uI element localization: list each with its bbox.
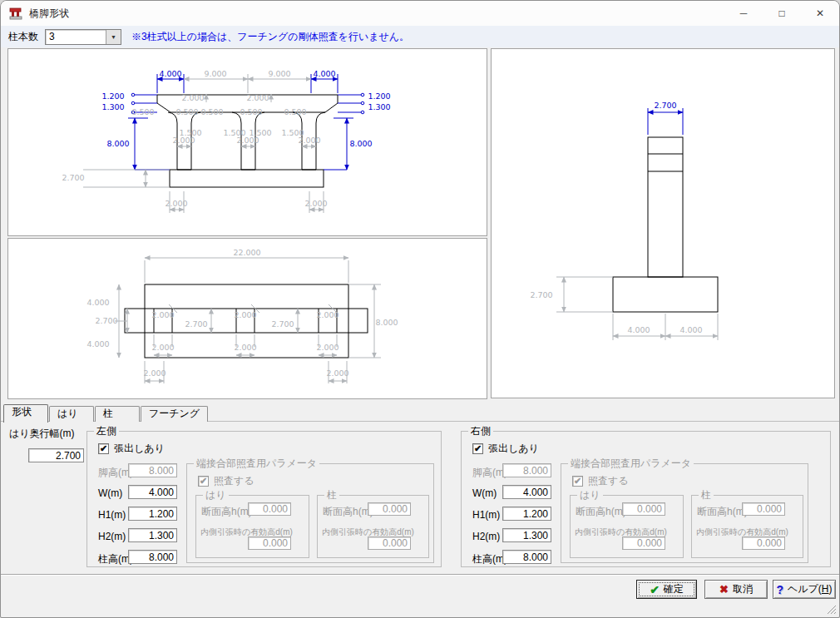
left-w-input[interactable] <box>128 485 177 499</box>
left-beam-subgroup-title: はり <box>203 489 229 501</box>
svg-text:2.000: 2.000 <box>143 368 166 378</box>
tab-strip: 形状 はり 柱 フーチング <box>3 405 209 422</box>
svg-text:4.000: 4.000 <box>627 325 650 334</box>
maximize-button[interactable]: □ <box>763 1 801 26</box>
checkbox-check-icon: ✔ <box>472 443 483 454</box>
right-beam-subgroup-title: はり <box>577 489 603 501</box>
left-h1-input[interactable] <box>128 507 177 521</box>
svg-text:2.700: 2.700 <box>654 101 676 110</box>
left-overhang-checkbox[interactable]: ✔ 張出しあり <box>98 442 165 456</box>
help-button[interactable]: ? ヘルプ(H) <box>773 580 836 599</box>
rigid-check-note: ※3柱式以上の場合は、フーチングの剛体照査を行いません。 <box>131 30 409 44</box>
svg-text:4.000: 4.000 <box>86 339 109 349</box>
left-side-group: 左側 ✔ 張出しあり 脚高(m) W(m) H1(m) H2(m) 柱高(m) … <box>86 431 442 567</box>
tab-shape[interactable]: 形状 <box>3 404 48 423</box>
column-count-select[interactable]: 3 ▼ <box>45 29 121 45</box>
svg-text:22.000: 22.000 <box>233 248 260 257</box>
resize-grip[interactable] <box>826 604 837 615</box>
right-overhang-checkbox[interactable]: ✔ 張出しあり <box>472 442 539 456</box>
left-joint-param-title: 端接合部照査用パラメータ <box>194 457 319 469</box>
tab-footing[interactable]: フーチング <box>141 406 208 422</box>
minimize-button[interactable]: ─ <box>724 1 763 26</box>
tab-column[interactable]: 柱 <box>95 406 140 422</box>
app-icon <box>8 6 23 21</box>
close-button[interactable]: ✕ <box>801 1 839 26</box>
right-check-label: 照査する <box>588 474 629 488</box>
right-beam-d-input <box>622 536 665 550</box>
svg-text:8.000: 8.000 <box>375 318 398 327</box>
right-column-h-input <box>742 502 785 516</box>
left-check-checkbox: ✔ 照査する <box>198 474 254 488</box>
left-column-subgroup-title: 柱 <box>324 489 339 501</box>
left-h2-input[interactable] <box>128 528 177 542</box>
checkbox-check-icon: ✔ <box>198 476 209 487</box>
dialog-window: 橋脚形状 ─ □ ✕ 柱本数 3 ▼ ※3柱式以上の場合は、フーチングの剛体照査… <box>0 0 840 618</box>
svg-text:2.700: 2.700 <box>95 316 117 325</box>
ok-button[interactable]: ✔ 確定 <box>636 580 697 599</box>
left-w-label: W(m) <box>98 487 122 499</box>
svg-text:4.000: 4.000 <box>679 325 702 334</box>
svg-text:8.000: 8.000 <box>349 139 372 148</box>
left-overhang-label: 張出しあり <box>114 442 165 456</box>
left-column-h-label: 断面高h(m) <box>323 505 373 519</box>
svg-text:2.000: 2.000 <box>298 136 320 145</box>
right-column-subgroup-title: 柱 <box>699 489 714 501</box>
right-w-label: W(m) <box>472 487 497 499</box>
help-button-label: ヘルプ(H) <box>788 582 833 596</box>
right-side-group-title: 右側 <box>468 425 493 437</box>
svg-text:2.000: 2.000 <box>316 343 338 352</box>
checkbox-check-icon: ✔ <box>572 476 583 487</box>
svg-text:4.000: 4.000 <box>86 298 109 307</box>
right-side-group: 右側 ✔ 張出しあり 脚高(m) W(m) H1(m) H2(m) 柱高(m) … <box>461 431 831 567</box>
right-h2-input[interactable] <box>502 528 551 542</box>
svg-text:1.200: 1.200 <box>101 91 124 101</box>
svg-text:2.000: 2.000 <box>316 310 338 319</box>
svg-text:8.000: 8.000 <box>106 139 129 148</box>
right-column-d-input <box>742 536 785 550</box>
beam-width-input[interactable] <box>28 448 84 462</box>
right-w-input[interactable] <box>502 485 551 499</box>
svg-text:1.300: 1.300 <box>101 102 124 111</box>
right-h2-label: H2(m) <box>472 531 500 542</box>
right-overhang-label: 張出しあり <box>488 442 539 456</box>
right-column-height-input[interactable] <box>502 550 551 564</box>
cancel-button[interactable]: ✖ 取消 <box>704 580 768 599</box>
right-beam-subgroup: はり 断面高h(m) 内側引張時の有効高d(m) <box>570 495 684 558</box>
left-beam-h-label: 断面高h(m) <box>201 505 252 519</box>
side-view-drawing: 2.7002.7004.0004.000 <box>492 49 834 398</box>
left-leg-height-input <box>128 463 177 477</box>
svg-text:1.300: 1.300 <box>368 102 390 111</box>
left-h1-label: H1(m) <box>98 509 126 521</box>
left-column-h-input <box>368 502 411 516</box>
window-title: 橋脚形状 <box>29 7 69 21</box>
svg-text:2.700: 2.700 <box>271 319 294 329</box>
right-h1-input[interactable] <box>502 507 551 521</box>
separator <box>1 575 840 576</box>
right-beam-h-label: 断面高h(m) <box>576 505 626 519</box>
side-view-panel: 2.7002.7004.0004.000 <box>491 48 835 398</box>
left-beam-d-input <box>248 536 291 550</box>
left-joint-param-group: 端接合部照査用パラメータ ✔ 照査する はり 断面高h(m) 内側引張時の有効高… <box>186 463 434 563</box>
svg-text:0.500: 0.500 <box>131 107 154 116</box>
toolbar: 柱本数 3 ▼ ※3柱式以上の場合は、フーチングの剛体照査を行いません。 <box>1 26 839 47</box>
svg-text:2.000: 2.000 <box>165 199 187 208</box>
chevron-down-icon[interactable]: ▼ <box>106 30 121 44</box>
right-leg-height-input <box>502 463 551 477</box>
svg-text:9.000: 9.000 <box>268 69 290 78</box>
question-icon: ? <box>776 584 783 596</box>
checkbox-check-icon: ✔ <box>98 443 109 454</box>
svg-text:2.000: 2.000 <box>172 136 195 145</box>
beam-width-label: はり奥行幅(m) <box>9 427 75 441</box>
right-joint-param-title: 端接合部照査用パラメータ <box>568 457 694 469</box>
svg-text:2.700: 2.700 <box>185 319 207 329</box>
svg-text:0.500: 0.500 <box>284 107 306 116</box>
tab-beam[interactable]: はり <box>49 406 94 422</box>
svg-text:9.000: 9.000 <box>204 69 226 78</box>
svg-text:0.500: 0.500 <box>240 107 262 116</box>
left-column-height-input[interactable] <box>128 550 177 564</box>
svg-text:4.000: 4.000 <box>159 69 181 78</box>
svg-text:2.000: 2.000 <box>151 343 174 352</box>
svg-text:1.200: 1.200 <box>368 91 390 101</box>
title-bar: 橋脚形状 ─ □ ✕ <box>1 1 839 26</box>
left-column-d-input <box>368 536 411 550</box>
